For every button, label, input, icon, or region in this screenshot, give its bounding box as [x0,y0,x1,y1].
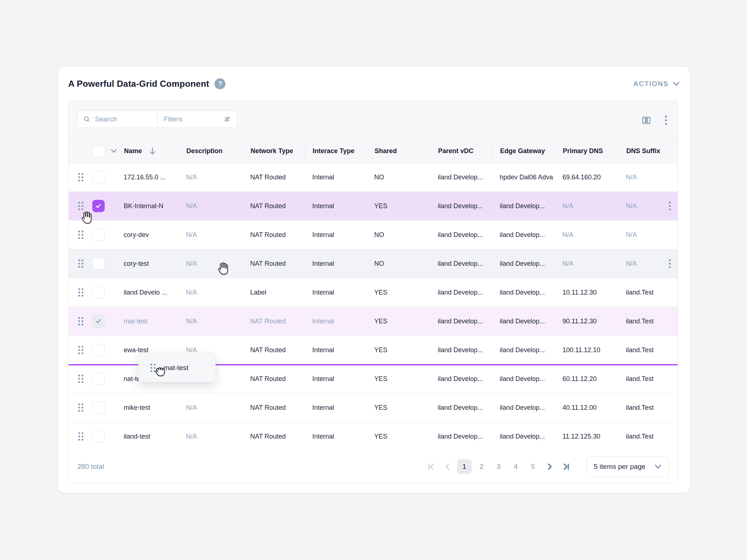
header-cell[interactable]: DNS Suffix [618,140,678,163]
cell-value: iland.Test [626,433,654,440]
row-checkbox[interactable] [92,344,105,356]
cell-value: iland Develop... [500,433,545,440]
prev-page-button[interactable] [441,460,454,474]
page-number-button[interactable]: 4 [508,459,523,474]
cell-value: iland.Test [626,375,654,383]
row-checkbox[interactable] [92,286,105,299]
cell-value: YES [374,289,387,296]
help-icon[interactable]: ? [214,78,225,89]
drag-handle-icon[interactable] [77,402,84,413]
cell-name: cory-dev [69,221,178,249]
header-cell[interactable]: Interace Type [304,140,366,163]
cell-edge: iland Develop... [492,249,554,278]
row-checkbox[interactable] [92,171,105,183]
search-icon [84,115,90,123]
drag-handle-icon[interactable] [77,201,84,211]
drag-handle-icon[interactable] [77,258,84,269]
cell-edge: iland Develop... [492,192,554,220]
table-row[interactable]: iland Develo ...N/ALabelInternalYESiland… [69,278,678,307]
cell-value: 100.11.12.10 [562,346,600,354]
header-cell[interactable]: Primary DNS [554,140,618,163]
cell-value: iland Develop... [500,404,545,412]
cell-dns: 11.12.125.30 [554,422,618,451]
cell-network: NAT Routed [242,365,304,393]
table-row[interactable]: mike-testN/ANAT RoutedInternalYESiland D… [69,393,678,422]
row-menu-icon[interactable] [669,201,671,211]
cell-shared: YES [366,307,430,335]
table-row[interactable]: BK-Internal-NN/ANAT RoutedInternalYESila… [69,192,678,221]
chevron-down-icon [673,81,680,86]
cell-value: 11.12.125.30 [562,433,600,440]
sort-descending-icon[interactable] [148,147,156,156]
chevron-down-icon[interactable] [111,149,117,153]
drag-handle-icon[interactable] [77,345,84,355]
row-checkbox[interactable] [92,200,105,212]
row-name: cory-dev [124,231,149,239]
drag-handle-icon[interactable] [77,316,84,326]
cell-dns: N/A [554,249,618,278]
page-number-button[interactable]: 3 [491,459,506,474]
header-cell-name: Name [69,140,178,163]
search-input[interactable] [95,115,151,123]
cell-value: N/A [626,174,637,181]
drag-handle-icon[interactable] [77,230,84,240]
row-checkbox[interactable] [92,430,105,443]
next-page-button[interactable] [543,460,557,474]
select-all-checkbox[interactable] [93,145,105,158]
row-checkbox[interactable] [92,229,105,241]
cell-value: Internal [312,260,334,268]
column-toggle-icon[interactable] [641,115,651,125]
header-cell[interactable]: Shared [366,140,430,163]
drag-handle-icon[interactable] [77,431,84,442]
last-page-button[interactable] [559,460,573,474]
cell-shared: NO [366,249,430,278]
actions-button[interactable]: ACTIONS [633,80,680,88]
cell-value: NAT Routed [250,231,286,239]
cell-edge: iland Develop... [492,278,554,307]
cell-suffix: N/A [618,221,678,249]
first-page-button[interactable] [424,460,438,474]
row-checkbox[interactable] [92,257,105,270]
filters-box[interactable] [157,111,237,128]
drag-handle-icon[interactable] [77,374,84,384]
cell-shared: YES [366,336,430,364]
cell-value: iland Develop... [438,289,483,296]
row-name: mike-test [124,404,150,412]
table-row[interactable]: iland-testN/ANAT RoutedInternalYESiland … [69,422,678,451]
drag-handle-icon[interactable] [77,172,84,182]
toolbar [69,101,678,139]
chevron-right-icon [546,463,554,471]
cell-value: Internal [312,433,334,440]
header-cell[interactable]: Network Type [242,140,304,163]
cell-edge: iland Develop... [492,336,554,364]
cell-value: Internal [312,202,334,210]
row-checkbox[interactable] [92,315,105,327]
header-cell[interactable]: Description [178,140,242,163]
table-row[interactable]: 172.16.55.0 ...N/ANAT RoutedInternalNOil… [69,163,678,192]
toolbar-menu-icon[interactable] [665,115,667,125]
search-box[interactable] [77,111,157,128]
page-number-button[interactable]: 2 [474,459,489,474]
cell-value: Internal [312,375,334,383]
row-checkbox[interactable] [92,373,105,385]
table-row[interactable]: cory-testN/ANAT RoutedInternalNOiland De… [69,249,678,278]
cell-value: NAT Routed [250,375,286,383]
table-row[interactable]: cory-devN/ANAT RoutedInternalNOiland Dev… [69,221,678,249]
table-row[interactable]: mat-testN/ANAT RoutedInternalYESiland De… [69,307,678,336]
row-menu-icon[interactable] [669,259,671,268]
cell-interface: Internal [304,221,366,249]
cell-parent: iland Develop... [430,192,492,220]
cell-description: N/A [178,221,242,249]
page-number-button[interactable]: 5 [526,459,540,474]
drag-handle-icon[interactable] [77,287,84,298]
page-size-select[interactable]: 5 items per page [587,456,669,477]
header-cell[interactable]: Edge Gateway [492,140,554,163]
row-checkbox[interactable] [92,401,105,414]
row-name: iland Develo ... [124,289,167,296]
filters-input[interactable] [164,115,219,123]
row-name: cory-test [124,260,149,268]
cell-suffix: iland.Test [618,336,678,364]
column-label: Name [124,147,142,155]
page-number-button[interactable]: 1 [457,459,472,474]
header-cell[interactable]: Parent vDC [430,140,492,163]
